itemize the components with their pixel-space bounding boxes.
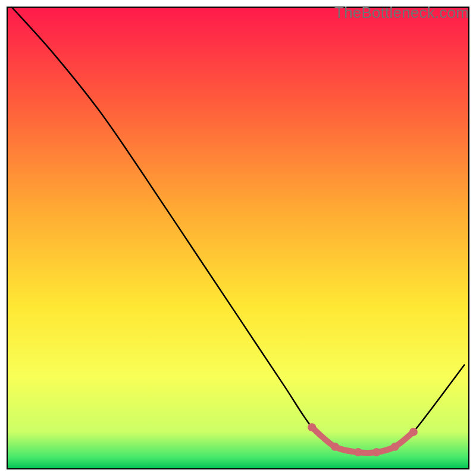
highlight-dot xyxy=(354,448,362,456)
chart-container: TheBottleneck.com xyxy=(0,0,476,476)
plot-area xyxy=(7,7,469,469)
highlight-dot xyxy=(391,443,399,451)
watermark-text: TheBottleneck.com xyxy=(334,4,469,22)
highlight-dot xyxy=(308,423,316,431)
bottleneck-chart xyxy=(0,0,476,476)
highlight-dot xyxy=(409,428,418,436)
highlight-dot xyxy=(372,448,381,456)
highlight-dot xyxy=(331,443,339,451)
